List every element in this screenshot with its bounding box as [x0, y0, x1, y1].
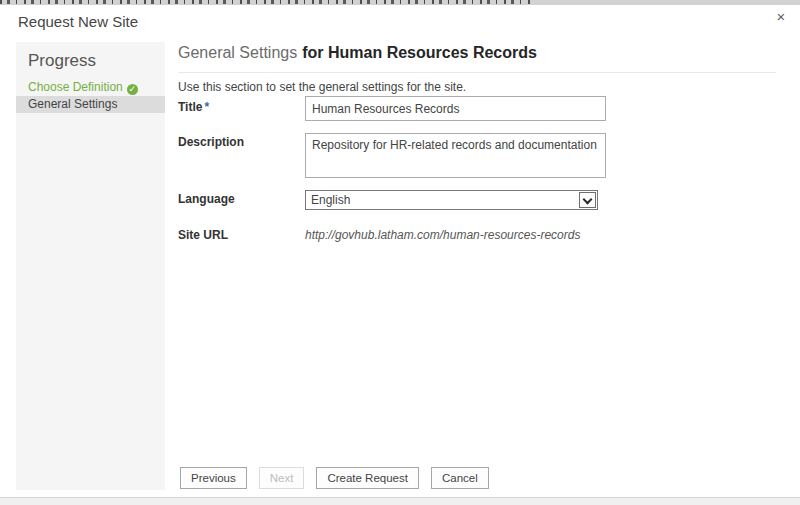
step-label: Choose Definition [28, 80, 123, 94]
description-input[interactable]: Repository for HR-related records and do… [305, 133, 606, 178]
page-title-prefix: General Settings [178, 44, 297, 61]
site-url-label: Site URL [178, 228, 228, 242]
language-label: Language [178, 192, 235, 206]
section-intro-text: Use this section to set the general sett… [178, 80, 466, 94]
general-settings-panel: General Settingsfor Human Resources Reco… [178, 42, 776, 490]
completed-check-icon: ✓ [127, 84, 138, 95]
site-url-value: http://govhub.latham.com/human-resources… [305, 228, 580, 242]
sidebar-heading: Progress [28, 51, 165, 71]
title-label: Title* [178, 100, 209, 114]
language-selected-value: English [311, 193, 350, 207]
progress-steps: Choose Definition✓ General Settings [16, 79, 165, 113]
create-request-button[interactable]: Create Request [316, 467, 419, 489]
cancel-button[interactable]: Cancel [431, 467, 489, 489]
cropped-bottom-bar [0, 497, 800, 505]
request-new-site-dialog: Request New Site × Progress Choose Defin… [0, 0, 800, 505]
chevron-down-icon [583, 195, 593, 205]
close-icon[interactable]: × [772, 8, 790, 26]
title-input[interactable] [305, 96, 606, 121]
step-label: General Settings [28, 97, 117, 111]
step-choose-definition[interactable]: Choose Definition✓ [16, 79, 165, 96]
page-title: General Settingsfor Human Resources Reco… [178, 44, 537, 62]
required-asterisk: * [204, 100, 209, 114]
dialog-title: Request New Site [18, 13, 138, 30]
next-button[interactable]: Next [259, 467, 305, 489]
select-arrow-button[interactable] [579, 192, 596, 208]
previous-button[interactable]: Previous [180, 467, 247, 489]
description-label: Description [178, 135, 244, 149]
progress-sidebar: Progress Choose Definition✓ General Sett… [16, 42, 165, 490]
dialog-button-row: Previous Next Create Request Cancel [180, 467, 489, 489]
cropped-toolbar-text [0, 0, 533, 4]
heading-divider [178, 72, 776, 73]
cropped-top-bar [0, 0, 800, 5]
page-title-subject: for Human Resources Records [302, 44, 537, 61]
step-general-settings[interactable]: General Settings [16, 96, 165, 113]
language-select[interactable]: English [305, 190, 598, 210]
